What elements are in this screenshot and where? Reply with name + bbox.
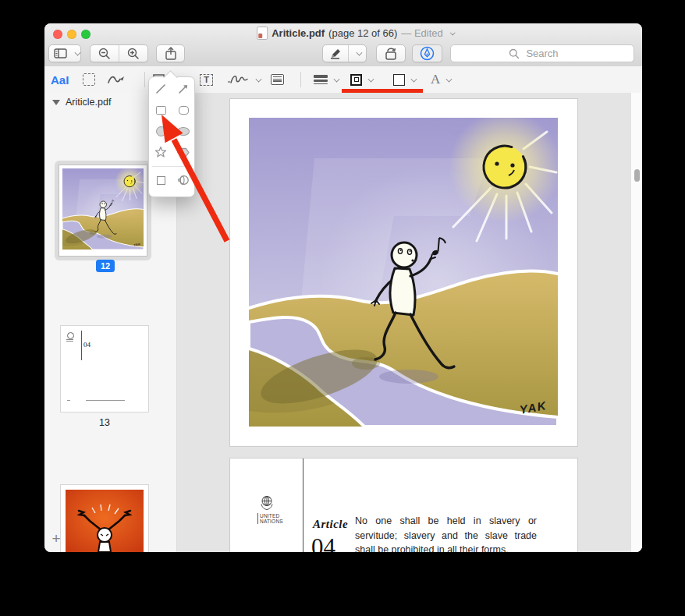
window-chrome: Ariticle.pdf (page 12 of 66) — Edited <box>44 23 642 67</box>
search-field[interactable] <box>450 44 634 62</box>
close-button[interactable] <box>53 30 62 39</box>
chevron-down-icon <box>368 76 374 82</box>
title-filename: Ariticle.pdf <box>272 27 325 39</box>
shapes-popup <box>148 76 195 197</box>
markup-pen-icon <box>420 46 435 61</box>
toolbar-divider <box>144 72 145 87</box>
body-line-2: servitude; slavery and the slave trade <box>355 529 537 543</box>
share-icon <box>165 47 176 60</box>
scrollbar-thumb[interactable] <box>634 169 640 182</box>
line-weight-tool[interactable] <box>314 66 339 93</box>
note-tool[interactable] <box>271 66 284 93</box>
rotate-left-icon <box>384 47 398 60</box>
vertical-scrollbar[interactable] <box>630 93 642 552</box>
sidebar-document-header[interactable]: Ariticle.pdf <box>52 97 111 108</box>
add-page-button[interactable]: + <box>49 532 63 546</box>
pdf-page-13[interactable]: UNITED NATIONS Article 04 No one shall b… <box>230 458 577 552</box>
share-button[interactable] <box>156 44 185 62</box>
zoom-in-icon <box>127 48 140 60</box>
line-weight-icon <box>314 75 328 85</box>
shape-rounded-rectangle-item[interactable] <box>177 104 190 116</box>
chevron-down-icon <box>356 50 362 56</box>
note-icon <box>271 74 284 85</box>
pdf-document-icon <box>257 27 268 40</box>
text-style-icon: AaI <box>51 73 69 87</box>
un-emblem-icon <box>258 494 275 512</box>
thumbnail-page-12[interactable] <box>59 165 147 256</box>
text-box-tool[interactable]: T <box>200 66 213 93</box>
shape-loupe-item[interactable] <box>177 174 190 186</box>
shape-oval-item[interactable] <box>177 125 190 137</box>
highlight-button[interactable] <box>322 44 367 62</box>
shape-rectangle-item[interactable] <box>154 104 167 116</box>
disclosure-triangle-icon[interactable] <box>52 100 60 105</box>
sidebar-panel-icon <box>54 48 67 58</box>
selection-tool[interactable] <box>83 66 95 93</box>
text-box-icon: T <box>200 74 213 86</box>
article-body-text: No one shall be held in slavery or servi… <box>355 514 537 552</box>
chevron-down-icon <box>334 76 340 82</box>
rectangle-shape-icon <box>156 106 166 115</box>
window-title: Ariticle.pdf (page 12 of 66) — Edited <box>257 27 455 40</box>
zoom-out-button[interactable] <box>91 45 119 62</box>
sketch-tool[interactable] <box>107 66 126 93</box>
main-area: Ariticle.pdf 12 04 <box>44 93 642 552</box>
zoom-window-button[interactable] <box>81 30 91 39</box>
document-content-area: YAK UNITED <box>177 93 642 552</box>
zoom-in-button[interactable] <box>119 45 147 62</box>
ellipse-shape-icon <box>156 126 166 136</box>
text-color-icon: A <box>431 72 440 87</box>
text-style-tool[interactable]: AaI <box>51 66 69 93</box>
selection-rect-icon <box>83 73 95 86</box>
shape-star-item[interactable] <box>154 146 167 158</box>
shape-mask-item[interactable] <box>154 174 167 186</box>
thumbnail-page-14[interactable] <box>61 485 148 552</box>
toolbar-divider <box>300 72 301 87</box>
shape-arrow-item[interactable] <box>177 83 190 95</box>
mini-article-number: 04 <box>83 341 91 349</box>
un-org-name: UNITED NATIONS <box>257 513 283 524</box>
rounded-rectangle-shape-icon <box>179 106 189 115</box>
sidebar-toggle-button[interactable] <box>48 44 81 62</box>
arrow-shape-icon <box>178 83 189 94</box>
rotate-button[interactable] <box>376 44 406 62</box>
thumbnail-12-image <box>62 168 144 253</box>
text-color-tool[interactable]: A <box>431 66 452 93</box>
thumbnail-14-image <box>66 490 144 552</box>
border-color-icon <box>350 74 362 86</box>
page-13-label: 13 <box>61 417 148 428</box>
markup-toolbar-button[interactable] <box>412 44 442 62</box>
popup-divider <box>152 166 191 167</box>
chevron-down-icon <box>256 76 262 82</box>
polygon-shape-icon <box>177 147 190 158</box>
minimize-button[interactable] <box>67 30 76 39</box>
line-shape-icon <box>155 83 166 94</box>
preview-window: Ariticle.pdf (page 12 of 66) — Edited <box>44 23 642 552</box>
shape-line-item[interactable] <box>154 83 167 95</box>
body-line-1: No one shall be held in slavery or <box>355 514 537 529</box>
signature-icon <box>226 73 250 86</box>
shape-ellipse-item[interactable] <box>154 125 167 137</box>
pdf-page-12[interactable]: YAK <box>230 99 577 446</box>
sign-tool[interactable] <box>226 66 261 93</box>
highlighter-icon <box>329 48 342 59</box>
body-line-3: shall be prohibited in all their forms. <box>355 543 537 552</box>
chevron-down-icon <box>446 76 453 82</box>
article-number: 04 <box>311 533 335 552</box>
thumbnail-page-13[interactable]: 04 <box>61 326 148 412</box>
star-shape-icon <box>154 146 167 158</box>
fill-color-icon <box>393 74 405 86</box>
title-edited[interactable]: — Edited <box>401 27 442 39</box>
title-chevron-icon[interactable] <box>449 30 455 35</box>
oval-shape-icon <box>177 127 190 136</box>
article-label: Article <box>313 518 348 531</box>
page-divider-rule <box>303 458 303 552</box>
loupe-shape-icon <box>177 174 190 186</box>
chevron-down-icon <box>411 76 417 82</box>
shape-polygon-item[interactable] <box>177 146 190 158</box>
red-underline-annotation <box>342 89 423 93</box>
chevron-down-icon <box>74 50 80 56</box>
mask-shape-icon <box>157 176 165 185</box>
search-input[interactable] <box>451 45 634 62</box>
sketch-icon <box>107 73 126 86</box>
